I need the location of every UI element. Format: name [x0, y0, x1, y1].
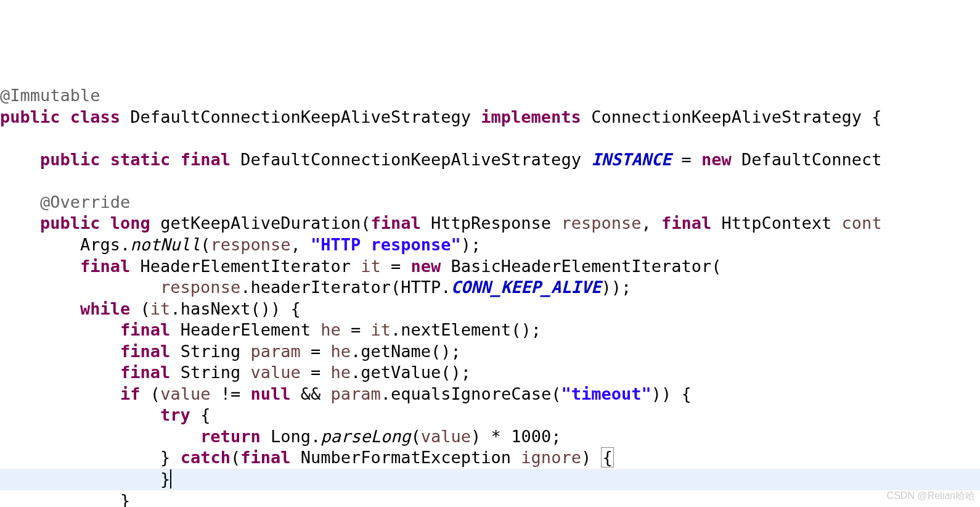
var-value: value: [421, 427, 471, 446]
arg-response: response: [160, 278, 240, 297]
kw-final: final: [240, 448, 290, 467]
comma: ,: [641, 213, 651, 233]
dot: .: [441, 278, 451, 297]
kw-public: public: [40, 150, 100, 169]
kw-class: class: [70, 107, 120, 126]
paren: (: [711, 257, 721, 276]
method-eqignorecase: equalsIgnoreCase: [391, 384, 551, 403]
class-name: DefaultConnectionKeepAliveStrategy: [130, 107, 471, 126]
field-instance: INSTANCE: [591, 150, 671, 169]
type: HttpContext: [722, 213, 832, 233]
kw-final: final: [181, 150, 231, 169]
paren: ): [471, 427, 481, 446]
semi: ;: [471, 235, 481, 254]
var-he: he: [331, 363, 351, 382]
var-value: value: [250, 363, 300, 382]
kw-final: final: [661, 213, 711, 233]
num-1000: 1000: [511, 427, 551, 446]
paren: (: [411, 427, 421, 446]
brace: }: [160, 469, 170, 488]
semi: ;: [551, 427, 561, 446]
line-value-decl: final String value = he.getValue();: [0, 362, 980, 384]
semi: ;: [461, 363, 471, 382]
watermark: CSDN @Relian哈哈: [887, 490, 975, 502]
eq: =: [311, 342, 321, 361]
dot: .: [391, 320, 401, 339]
kw-public: public: [40, 213, 100, 233]
type: String: [181, 342, 241, 361]
brace: }: [120, 491, 130, 507]
kw-try: try: [160, 405, 190, 424]
empty-args: (): [441, 363, 461, 382]
kw-if: if: [120, 384, 141, 403]
eq: =: [681, 150, 691, 169]
class-args: Args: [80, 235, 120, 254]
paren: (: [141, 299, 150, 318]
mult: *: [491, 427, 501, 446]
class-http: HTTP: [401, 278, 441, 297]
kw-final: final: [120, 320, 170, 339]
paren: (: [361, 213, 370, 233]
line-try: try {: [0, 405, 980, 426]
method-parselong: parseLong: [321, 427, 410, 446]
ne: !=: [221, 384, 241, 403]
var-it: it: [371, 320, 391, 339]
semi: ;: [531, 320, 541, 339]
dot: .: [381, 384, 391, 403]
kw-public: public: [0, 107, 60, 126]
line-args-notnull: Args.notNull(response, "HTTP response");: [0, 234, 980, 256]
kw-while: while: [80, 299, 130, 318]
line-instance-field: public static final DefaultConnectionKee…: [0, 149, 980, 171]
annotation-immutable: @Immutable: [0, 86, 100, 105]
kw-static: static: [110, 150, 171, 169]
method-headeriter: headerIterator: [250, 278, 391, 297]
dot: .: [351, 342, 361, 361]
type: BasicHeaderElementIterator: [451, 257, 712, 276]
line-if-close: }: [0, 490, 980, 507]
method-getvalue: getValue: [361, 363, 441, 382]
brace: }: [160, 448, 170, 467]
interface-name: ConnectionKeepAliveStrategy: [591, 107, 862, 126]
type: DefaultConnectionKeepAliveStrategy: [240, 150, 581, 169]
brace: {: [682, 384, 692, 403]
paren: (: [231, 448, 240, 467]
and: &&: [301, 384, 321, 403]
kw-final: final: [371, 213, 421, 233]
annotation-override: @Override: [40, 192, 130, 212]
line-blank: [0, 170, 980, 192]
line-catch: } catch(final NumberFormatException igno…: [0, 447, 980, 469]
str-timeout: "timeout": [561, 384, 651, 403]
param-cont: cont: [842, 213, 882, 233]
var-it: it: [150, 299, 171, 318]
close-semi: ));: [601, 278, 631, 297]
var-he: he: [321, 320, 341, 339]
method-notnull: notNull: [130, 235, 200, 254]
dot: .: [311, 427, 321, 446]
line-method-decl: public long getKeepAliveDuration(final H…: [0, 213, 980, 234]
line-while: while (it.hasNext()) {: [0, 299, 980, 320]
eq: =: [311, 363, 321, 382]
kw-final: final: [80, 257, 130, 276]
arg-response: response: [210, 235, 290, 254]
method-getname: getName: [361, 342, 431, 361]
type: String: [181, 363, 241, 382]
line-class-decl: public class DefaultConnectionKeepAliveS…: [0, 107, 980, 128]
line-annotation: @Immutable: [0, 85, 980, 107]
kw-implements: implements: [481, 107, 581, 126]
kw-long: long: [110, 213, 150, 233]
paren: (: [551, 384, 561, 403]
paren: ): [581, 448, 591, 467]
var-param: param: [331, 384, 381, 403]
dot: .: [170, 299, 180, 318]
line-iterator-decl: final HeaderElementIterator it = new Bas…: [0, 256, 980, 278]
method-nextelement: nextElement: [401, 320, 511, 339]
paren: ): [661, 384, 671, 403]
type: HeaderElementIterator: [141, 257, 351, 276]
param-ignore: ignore: [521, 448, 581, 467]
line-he-decl: final HeaderElement he = it.nextElement(…: [0, 319, 980, 341]
paren: ): [651, 384, 661, 403]
line-override: @Override: [0, 192, 980, 213]
new-expr: DefaultConnect: [741, 150, 882, 169]
type: NumberFormatException: [301, 448, 511, 467]
brace: {: [200, 405, 210, 424]
